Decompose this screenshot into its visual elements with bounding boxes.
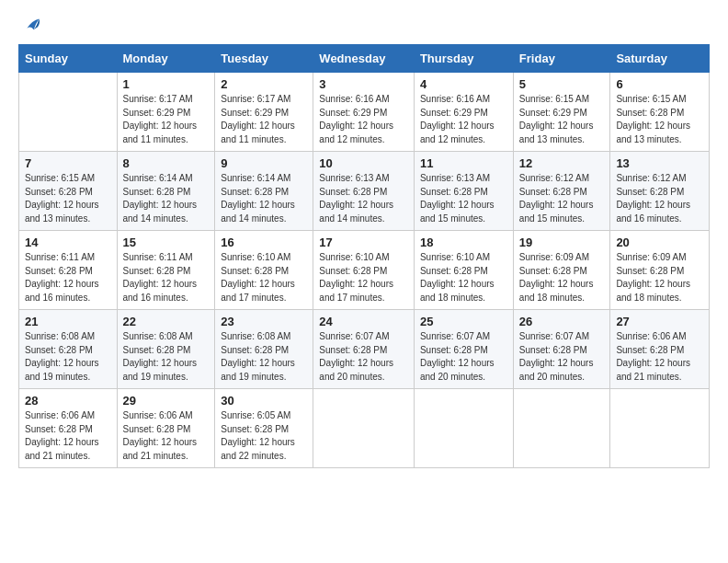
day-info: Sunrise: 6:15 AM Sunset: 6:29 PM Dayligh… xyxy=(519,93,605,146)
day-info: Sunrise: 6:13 AM Sunset: 6:28 PM Dayligh… xyxy=(319,172,408,225)
day-number: 25 xyxy=(420,315,507,328)
header xyxy=(18,15,710,35)
calendar-week-row: 14Sunrise: 6:11 AM Sunset: 6:28 PM Dayli… xyxy=(19,231,710,310)
day-info: Sunrise: 6:17 AM Sunset: 6:29 PM Dayligh… xyxy=(221,93,307,146)
calendar-cell xyxy=(19,73,118,152)
day-number: 12 xyxy=(519,156,605,170)
calendar-cell: 17Sunrise: 6:10 AM Sunset: 6:28 PM Dayli… xyxy=(313,231,415,310)
day-number: 19 xyxy=(519,236,605,249)
calendar-cell: 11Sunrise: 6:13 AM Sunset: 6:28 PM Dayli… xyxy=(414,152,513,231)
day-info: Sunrise: 6:08 AM Sunset: 6:28 PM Dayligh… xyxy=(221,330,307,384)
calendar-cell: 18Sunrise: 6:10 AM Sunset: 6:28 PM Dayli… xyxy=(414,231,513,310)
day-number: 14 xyxy=(25,236,111,249)
day-info: Sunrise: 6:14 AM Sunset: 6:28 PM Dayligh… xyxy=(221,172,307,225)
calendar-cell: 1Sunrise: 6:17 AM Sunset: 6:29 PM Daylig… xyxy=(117,73,215,152)
logo xyxy=(18,15,40,35)
day-number: 21 xyxy=(25,315,111,328)
calendar-cell xyxy=(414,389,513,468)
calendar-week-row: 1Sunrise: 6:17 AM Sunset: 6:29 PM Daylig… xyxy=(19,73,710,152)
calendar-week-row: 7Sunrise: 6:15 AM Sunset: 6:28 PM Daylig… xyxy=(19,152,710,231)
day-info: Sunrise: 6:12 AM Sunset: 6:28 PM Dayligh… xyxy=(616,172,703,225)
calendar-table: SundayMondayTuesdayWednesdayThursdayFrid… xyxy=(18,44,710,468)
day-info: Sunrise: 6:09 AM Sunset: 6:28 PM Dayligh… xyxy=(616,251,703,304)
day-info: Sunrise: 6:07 AM Sunset: 6:28 PM Dayligh… xyxy=(420,330,507,384)
calendar-cell: 29Sunrise: 6:06 AM Sunset: 6:28 PM Dayli… xyxy=(117,389,215,468)
header-day-tuesday: Tuesday xyxy=(215,45,313,73)
day-info: Sunrise: 6:07 AM Sunset: 6:28 PM Dayligh… xyxy=(519,330,605,384)
day-info: Sunrise: 6:16 AM Sunset: 6:29 PM Dayligh… xyxy=(319,93,408,146)
calendar-cell: 4Sunrise: 6:16 AM Sunset: 6:29 PM Daylig… xyxy=(414,73,513,152)
calendar-cell: 7Sunrise: 6:15 AM Sunset: 6:28 PM Daylig… xyxy=(19,152,118,231)
calendar-cell: 8Sunrise: 6:14 AM Sunset: 6:28 PM Daylig… xyxy=(117,152,215,231)
day-number: 27 xyxy=(616,315,703,328)
day-info: Sunrise: 6:14 AM Sunset: 6:28 PM Dayligh… xyxy=(123,172,210,225)
calendar-header-row: SundayMondayTuesdayWednesdayThursdayFrid… xyxy=(19,45,710,73)
calendar-cell: 22Sunrise: 6:08 AM Sunset: 6:28 PM Dayli… xyxy=(117,310,215,389)
day-number: 13 xyxy=(616,156,703,170)
day-number: 20 xyxy=(616,236,703,249)
day-info: Sunrise: 6:10 AM Sunset: 6:28 PM Dayligh… xyxy=(221,251,307,304)
day-number: 4 xyxy=(420,77,507,91)
page: SundayMondayTuesdayWednesdayThursdayFrid… xyxy=(0,0,728,563)
day-number: 16 xyxy=(221,236,307,249)
calendar-cell: 5Sunrise: 6:15 AM Sunset: 6:29 PM Daylig… xyxy=(513,73,610,152)
calendar-cell: 15Sunrise: 6:11 AM Sunset: 6:28 PM Dayli… xyxy=(117,231,215,310)
day-info: Sunrise: 6:15 AM Sunset: 6:28 PM Dayligh… xyxy=(616,93,703,146)
day-number: 5 xyxy=(519,77,605,91)
day-info: Sunrise: 6:16 AM Sunset: 6:29 PM Dayligh… xyxy=(420,93,507,146)
day-info: Sunrise: 6:13 AM Sunset: 6:28 PM Dayligh… xyxy=(420,172,507,225)
day-info: Sunrise: 6:15 AM Sunset: 6:28 PM Dayligh… xyxy=(25,172,111,225)
day-info: Sunrise: 6:08 AM Sunset: 6:28 PM Dayligh… xyxy=(25,330,111,384)
header-day-friday: Friday xyxy=(513,45,610,73)
calendar-cell: 6Sunrise: 6:15 AM Sunset: 6:28 PM Daylig… xyxy=(610,73,710,152)
day-number: 24 xyxy=(319,315,408,328)
day-info: Sunrise: 6:05 AM Sunset: 6:28 PM Dayligh… xyxy=(221,409,307,463)
day-info: Sunrise: 6:06 AM Sunset: 6:28 PM Dayligh… xyxy=(123,409,210,463)
calendar-cell: 12Sunrise: 6:12 AM Sunset: 6:28 PM Dayli… xyxy=(513,152,610,231)
header-day-saturday: Saturday xyxy=(610,45,710,73)
header-day-monday: Monday xyxy=(117,45,215,73)
day-number: 2 xyxy=(221,77,307,91)
calendar-cell: 25Sunrise: 6:07 AM Sunset: 6:28 PM Dayli… xyxy=(414,310,513,389)
calendar-week-row: 21Sunrise: 6:08 AM Sunset: 6:28 PM Dayli… xyxy=(19,310,710,389)
header-day-wednesday: Wednesday xyxy=(313,45,415,73)
header-day-sunday: Sunday xyxy=(19,45,118,73)
calendar-cell: 26Sunrise: 6:07 AM Sunset: 6:28 PM Dayli… xyxy=(513,310,610,389)
day-info: Sunrise: 6:09 AM Sunset: 6:28 PM Dayligh… xyxy=(519,251,605,304)
day-info: Sunrise: 6:06 AM Sunset: 6:28 PM Dayligh… xyxy=(616,330,703,384)
day-number: 28 xyxy=(25,394,111,408)
day-number: 3 xyxy=(319,77,408,91)
day-info: Sunrise: 6:06 AM Sunset: 6:28 PM Dayligh… xyxy=(25,409,111,463)
calendar-cell: 14Sunrise: 6:11 AM Sunset: 6:28 PM Dayli… xyxy=(19,231,118,310)
day-number: 6 xyxy=(616,77,703,91)
calendar-cell: 13Sunrise: 6:12 AM Sunset: 6:28 PM Dayli… xyxy=(610,152,710,231)
calendar-cell: 9Sunrise: 6:14 AM Sunset: 6:28 PM Daylig… xyxy=(215,152,313,231)
day-info: Sunrise: 6:17 AM Sunset: 6:29 PM Dayligh… xyxy=(123,93,210,146)
day-number: 9 xyxy=(221,156,307,170)
logo-bird-icon xyxy=(20,15,40,35)
day-info: Sunrise: 6:11 AM Sunset: 6:28 PM Dayligh… xyxy=(123,251,210,304)
calendar-cell xyxy=(313,389,415,468)
day-info: Sunrise: 6:10 AM Sunset: 6:28 PM Dayligh… xyxy=(420,251,507,304)
calendar-cell: 2Sunrise: 6:17 AM Sunset: 6:29 PM Daylig… xyxy=(215,73,313,152)
day-info: Sunrise: 6:07 AM Sunset: 6:28 PM Dayligh… xyxy=(319,330,408,384)
day-info: Sunrise: 6:11 AM Sunset: 6:28 PM Dayligh… xyxy=(25,251,111,304)
day-number: 23 xyxy=(221,315,307,328)
day-number: 15 xyxy=(123,236,210,249)
day-number: 10 xyxy=(319,156,408,170)
calendar-cell: 30Sunrise: 6:05 AM Sunset: 6:28 PM Dayli… xyxy=(215,389,313,468)
calendar-cell: 23Sunrise: 6:08 AM Sunset: 6:28 PM Dayli… xyxy=(215,310,313,389)
calendar-cell: 24Sunrise: 6:07 AM Sunset: 6:28 PM Dayli… xyxy=(313,310,415,389)
calendar-cell: 27Sunrise: 6:06 AM Sunset: 6:28 PM Dayli… xyxy=(610,310,710,389)
day-number: 17 xyxy=(319,236,408,249)
day-number: 1 xyxy=(123,77,210,91)
calendar-cell xyxy=(513,389,610,468)
calendar-cell: 28Sunrise: 6:06 AM Sunset: 6:28 PM Dayli… xyxy=(19,389,118,468)
calendar-cell: 20Sunrise: 6:09 AM Sunset: 6:28 PM Dayli… xyxy=(610,231,710,310)
calendar-cell: 19Sunrise: 6:09 AM Sunset: 6:28 PM Dayli… xyxy=(513,231,610,310)
calendar-cell: 10Sunrise: 6:13 AM Sunset: 6:28 PM Dayli… xyxy=(313,152,415,231)
day-number: 18 xyxy=(420,236,507,249)
day-info: Sunrise: 6:10 AM Sunset: 6:28 PM Dayligh… xyxy=(319,251,408,304)
day-info: Sunrise: 6:08 AM Sunset: 6:28 PM Dayligh… xyxy=(123,330,210,384)
day-number: 29 xyxy=(123,394,210,408)
